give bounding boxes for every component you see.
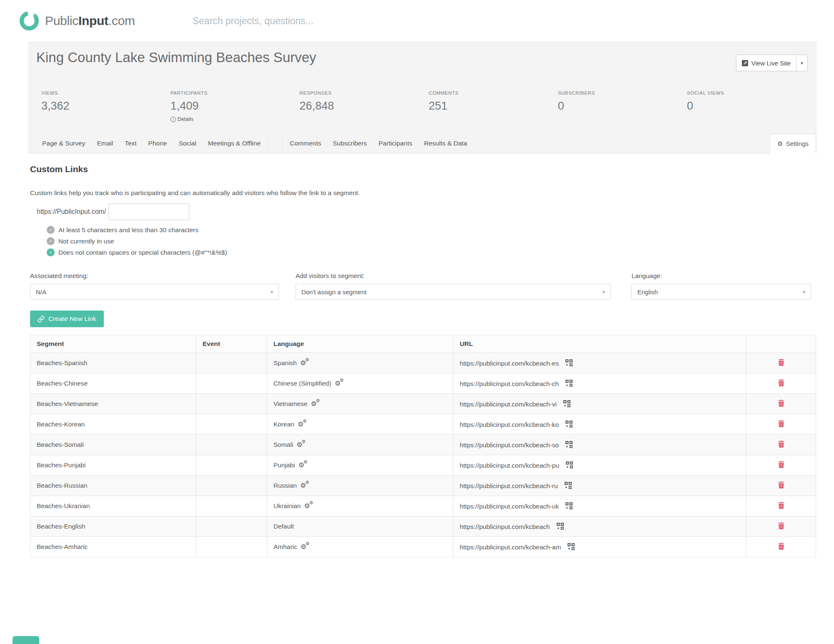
link-url: https://publicinput.com/kcbeach-uk <box>460 503 559 510</box>
language-settings-icon[interactable]: ⚙⚙ <box>334 380 344 387</box>
segment-select[interactable]: Don't assign a segment ▾ <box>296 284 611 300</box>
tab-phone[interactable]: Phone <box>143 134 173 153</box>
delete-link-button[interactable] <box>777 521 785 531</box>
table-row: Beaches-VietnameseVietnamese⚙⚙https://pu… <box>30 394 816 414</box>
search-input[interactable] <box>193 15 426 27</box>
associated-meeting-select[interactable]: N/A ▾ <box>30 284 279 300</box>
language-cell: Korean⚙⚙ <box>267 414 453 435</box>
action-cell <box>746 537 816 557</box>
qr-code-icon[interactable] <box>563 400 570 407</box>
language-label: Ukrainian <box>274 502 301 509</box>
language-settings-icon[interactable]: ⚙⚙ <box>298 461 308 469</box>
stat-responses: RESPONSES26,848 <box>299 90 429 122</box>
language-label: Somali <box>274 441 293 448</box>
delete-link-button[interactable] <box>777 501 785 511</box>
delete-link-button[interactable] <box>777 378 785 388</box>
tab-page-survey[interactable]: Page & Survey <box>36 134 91 153</box>
delete-link-button[interactable] <box>777 460 785 470</box>
table-row: Beaches-PunjabiPunjabi⚙⚙https://publicin… <box>30 455 816 476</box>
tab-settings[interactable]: ⚙ Settings <box>770 134 816 153</box>
check-icon: ✓ <box>47 226 55 234</box>
delete-link-button[interactable] <box>777 542 785 552</box>
tab-email[interactable]: Email <box>91 134 119 153</box>
language-label: Korean <box>274 421 294 428</box>
language-select[interactable]: English ▾ <box>631 284 811 300</box>
url-cell: https://publicinput.com/kcbeach-ch <box>453 373 746 394</box>
qr-code-icon[interactable] <box>565 359 573 366</box>
section-heading: Custom Links <box>30 164 811 174</box>
trash-icon <box>778 420 784 427</box>
language-settings-icon[interactable]: ⚙⚙ <box>304 502 314 510</box>
language-settings-icon[interactable]: ⚙⚙ <box>296 441 306 449</box>
details-label: Details <box>178 116 193 122</box>
language-label: Punjabi <box>274 461 295 469</box>
stat-value: 0 <box>687 100 816 113</box>
settings-tab-label: Settings <box>786 140 809 147</box>
trash-icon <box>778 441 784 448</box>
delete-link-button[interactable] <box>777 419 785 429</box>
event-cell <box>196 496 267 516</box>
trash-icon <box>778 359 784 366</box>
view-live-site-dropdown-toggle[interactable]: ▾ <box>796 55 807 71</box>
language-cell: Vietnamese⚙⚙ <box>267 394 453 414</box>
url-cell: https://publicinput.com/kcbeach-uk <box>453 496 746 516</box>
validation-text: Does not contain spaces or special chara… <box>58 249 227 256</box>
delete-link-button[interactable] <box>777 358 785 368</box>
trash-icon <box>778 400 784 407</box>
language-label: Default <box>274 523 294 530</box>
delete-link-button[interactable] <box>777 440 785 450</box>
stat-label: COMMENTS <box>429 90 558 95</box>
language-settings-icon[interactable]: ⚙⚙ <box>298 421 308 428</box>
column-header-segment: Segment <box>30 335 196 353</box>
custom-links-table: SegmentEventLanguageURL Beaches-SpanishS… <box>30 335 816 557</box>
qr-code-icon[interactable] <box>565 502 573 509</box>
tab-social[interactable]: Social <box>173 134 202 153</box>
qr-code-icon[interactable] <box>565 421 573 428</box>
qr-code-icon[interactable] <box>565 482 572 489</box>
segment-label: Add visitors to segment: <box>296 272 611 280</box>
tab-results-data[interactable]: Results & Data <box>418 134 473 153</box>
stat-subscribers: SUBSCRIBERS0 <box>558 90 687 122</box>
link-url: https://publicinput.com/kcbeach-es <box>460 360 559 367</box>
qr-code-icon[interactable] <box>565 441 573 448</box>
create-new-link-button[interactable]: Create New Link <box>30 311 104 327</box>
qr-code-icon[interactable] <box>557 523 564 530</box>
custom-link-slug-input[interactable] <box>108 203 189 220</box>
tab-subscribers[interactable]: Subscribers <box>327 134 373 153</box>
action-cell <box>746 496 816 516</box>
chat-widget-launcher[interactable] <box>13 636 39 644</box>
stat-value: 3,362 <box>41 100 171 113</box>
delete-link-button[interactable] <box>777 481 785 491</box>
qr-code-icon[interactable] <box>568 543 575 550</box>
qr-code-icon[interactable] <box>565 380 573 387</box>
tab-participants[interactable]: Participants <box>373 134 418 153</box>
language-settings-icon[interactable]: ⚙⚙ <box>300 482 310 489</box>
language-settings-icon[interactable]: ⚙⚙ <box>300 359 310 367</box>
info-icon: i <box>171 117 176 122</box>
view-live-site-button[interactable]: ↗ View Live Site <box>736 55 796 71</box>
segment-cell: Beaches-Amharic <box>30 537 196 557</box>
participants-details-link[interactable]: iDetails <box>171 116 300 122</box>
event-cell <box>196 516 267 537</box>
publicinput-logo-icon <box>18 10 40 32</box>
segment-cell: Beaches-English <box>30 516 196 537</box>
tab-meetings-offline[interactable]: Meetings & Offline <box>202 134 266 153</box>
stat-label: SOCIAL VIEWS <box>687 90 816 95</box>
delete-link-button[interactable] <box>777 399 785 409</box>
table-row: Beaches-KoreanKorean⚙⚙https://publicinpu… <box>30 414 816 435</box>
segment-cell: Beaches-Ukranian <box>30 496 196 516</box>
stat-value: 251 <box>429 100 558 113</box>
table-header-row: SegmentEventLanguageURL <box>30 335 816 353</box>
validation-item: ✓Does not contain spaces or special char… <box>47 248 811 256</box>
event-cell <box>196 353 267 373</box>
url-cell: https://publicinput.com/kcbeach-es <box>453 353 746 373</box>
language-settings-icon[interactable]: ⚙⚙ <box>301 543 311 551</box>
table-row: Beaches-EnglishDefaulthttps://publicinpu… <box>30 516 816 537</box>
qr-code-icon[interactable] <box>566 461 573 469</box>
table-body: Beaches-SpanishSpanish⚙⚙https://publicin… <box>30 353 816 557</box>
tab-comments[interactable]: Comments <box>284 134 327 153</box>
action-cell <box>746 394 816 414</box>
language-settings-icon[interactable]: ⚙⚙ <box>311 400 321 408</box>
tab-text[interactable]: Text <box>119 134 142 153</box>
brand-wordmark: PublicInput.com <box>45 14 135 28</box>
